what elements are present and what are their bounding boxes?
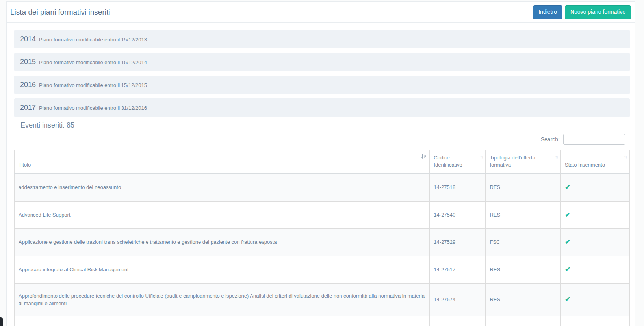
cell-titolo: Aspetti legali delle professioni sanitar… (15, 316, 430, 326)
search-input[interactable] (563, 134, 625, 145)
events-table: Titolo (14, 150, 630, 326)
cell-stato: ✔ (561, 201, 630, 229)
table-row: Aspetti legali delle professioni sanitar… (15, 316, 630, 326)
column-header-tipologia[interactable]: Tipologia dell'offerta formativa ↑↓ (486, 150, 561, 174)
search-label: Search: (541, 136, 560, 143)
check-icon: ✔ (565, 183, 570, 191)
year-note: Piano formativo modificabile entro il 31… (39, 105, 147, 111)
column-header-stato[interactable]: Stato Inserimento ↑↓ (561, 150, 630, 174)
page-header: Lista dei piani formativi inseriti Indie… (7, 2, 635, 23)
cell-codice: 14-27518 (430, 174, 486, 201)
cell-titolo: Applicazione e gestione delle trazioni t… (15, 229, 430, 256)
cell-tipologia: RES (486, 201, 561, 229)
table-row: addestramento e inserimento del neoassun… (15, 174, 630, 201)
cell-stato: ✔ (561, 229, 630, 256)
new-plan-button[interactable]: Nuovo piano formativo (565, 5, 631, 19)
year-label: 2016 (20, 81, 36, 89)
sort-icon: ↑↓ (624, 154, 627, 160)
year-panel-2017[interactable]: 2017 Piano formativo modificabile entro … (14, 98, 630, 117)
cell-codice: 14-27529 (430, 229, 486, 256)
cell-stato: ✔ (561, 316, 630, 326)
back-button[interactable]: Indietro (533, 5, 562, 19)
cell-stato: ✔ (561, 256, 630, 284)
cell-titolo: Advanced Life Support (15, 201, 430, 229)
table-row: Applicazione e gestione delle trazioni t… (15, 229, 630, 256)
cell-titolo: Approfondimento delle procedure tecniche… (15, 283, 430, 316)
column-header-titolo[interactable]: Titolo (15, 150, 430, 174)
year-note: Piano formativo modificabile entro il 15… (39, 59, 147, 65)
cell-titolo: addestramento e inserimento del neoassun… (15, 174, 430, 201)
sort-icon: ↑↓ (480, 154, 483, 160)
year-panel-2014[interactable]: 2014 Piano formativo modificabile entro … (14, 30, 630, 48)
sort-icon: ↑↓ (555, 154, 558, 160)
column-header-codice[interactable]: Codice Identificativo ↑↓ (430, 150, 486, 174)
table-header-row: Titolo (15, 150, 630, 174)
sort-asc-icon (421, 154, 427, 159)
check-icon: ✔ (565, 211, 570, 219)
check-icon: ✔ (565, 238, 570, 246)
cell-tipologia: RES (486, 174, 561, 201)
cell-stato: ✔ (561, 283, 630, 316)
year-panel-2016[interactable]: 2016 Piano formativo modificabile entro … (14, 76, 630, 94)
cell-tipologia: RES (486, 256, 561, 284)
year-label: 2015 (20, 58, 36, 66)
year-label: 2017 (20, 104, 36, 112)
year-label: 2014 (20, 35, 36, 43)
check-icon: ✔ (565, 296, 570, 303)
table-body: addestramento e inserimento del neoassun… (15, 174, 630, 326)
cell-codice: 14-27517 (430, 256, 486, 284)
table-row: Approccio integrato al Clinical Risk Man… (15, 256, 630, 284)
content-card: Lista dei piani formativi inseriti Indie… (6, 1, 635, 326)
card-body: 2014 Piano formativo modificabile entro … (7, 23, 635, 326)
cell-codice: 14-27574 (430, 283, 486, 316)
cell-tipologia: RES (486, 283, 561, 316)
table-row: Approfondimento delle procedure tecniche… (15, 283, 630, 316)
search-row: Search: (14, 134, 630, 145)
table-row: Advanced Life Support 14-27540 RES ✔ (15, 201, 630, 229)
year-note: Piano formativo modificabile entro il 15… (39, 82, 147, 88)
cell-codice: 14-27540 (430, 201, 486, 229)
dark-corner-element (0, 317, 3, 326)
cell-tipologia: FSC (486, 229, 561, 256)
cell-tipologia: RES (486, 316, 561, 326)
events-count-title: Eventi inseriti: 85 (20, 121, 630, 130)
check-icon: ✔ (565, 266, 570, 273)
cell-stato: ✔ (561, 174, 630, 201)
cell-codice: 14-27526 (430, 316, 486, 326)
page-title: Lista dei piani formativi inseriti (10, 8, 110, 17)
year-note: Piano formativo modificabile entro il 15… (39, 37, 147, 43)
header-buttons: Indietro Nuovo piano formativo (533, 5, 631, 19)
cell-titolo: Approccio integrato al Clinical Risk Man… (15, 256, 430, 284)
year-panel-2015[interactable]: 2015 Piano formativo modificabile entro … (14, 53, 630, 71)
